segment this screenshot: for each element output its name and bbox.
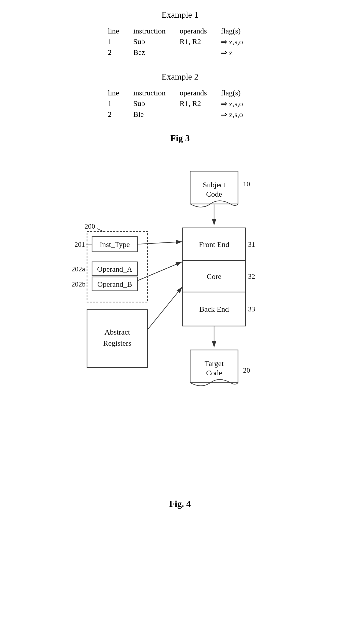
abstract-registers-line1: Abstract [104, 328, 130, 336]
fig3-label: Fig 3 [170, 133, 190, 144]
ex2-row2-inst: Ble [126, 109, 173, 120]
ex2-row1-inst: Sub [126, 98, 173, 109]
ex2-header-line: line [101, 88, 126, 98]
ex1-row1-op: R1, R2 [173, 36, 214, 47]
label-10: 10 [243, 180, 250, 188]
fig4-label: Fig. 4 [169, 498, 191, 509]
fig4-diagram: Subject Code 10 Front End Core Back End … [67, 164, 293, 491]
target-code-line2: Code [206, 369, 222, 377]
ex1-header-inst: instruction [126, 26, 173, 36]
ex1-row2-line: 2 [101, 47, 126, 58]
ex2-row2-flag: ⇒ z,s,o [214, 109, 259, 120]
label-200: 200 [85, 222, 95, 230]
ex1-header-line: line [101, 26, 126, 36]
ex1-row2-inst: Bez [126, 47, 173, 58]
example1-title: Example 1 [162, 10, 198, 20]
ex1-row1-line: 1 [101, 36, 126, 47]
example2-table: line instruction operands flag(s) 1 Sub … [101, 88, 259, 120]
ex1-row1-flag: ⇒ z,s,o [214, 36, 259, 47]
inst-type-label: Inst_Type [100, 240, 130, 248]
core-label: Core [207, 272, 221, 280]
arrow-operands-core [137, 262, 182, 281]
target-code-line1: Target [205, 359, 224, 368]
label-20: 20 [243, 366, 250, 374]
ex1-header-op: operands [173, 26, 214, 36]
fig4-container: Subject Code 10 Front End Core Back End … [20, 164, 340, 509]
ex2-row1-op: R1, R2 [173, 98, 214, 109]
label-202b: 202b [71, 280, 86, 288]
label-202a: 202a [71, 265, 85, 273]
example1-table: line instruction operands flag(s) 1 Sub … [101, 26, 259, 58]
ex2-header-inst: instruction [126, 88, 173, 98]
ex2-header-op: operands [173, 88, 214, 98]
back-end-label: Back End [199, 305, 229, 313]
label-32: 32 [248, 272, 255, 280]
ex2-row2-line: 2 [101, 109, 126, 120]
subject-code-line1: Subject [203, 181, 226, 189]
example2-title: Example 2 [162, 72, 198, 82]
ex1-row2-op [173, 47, 214, 58]
ex2-row1-flag: ⇒ z,s,o [214, 98, 259, 109]
ex1-header-flag: flag(s) [214, 26, 259, 36]
operand-a-label: Operand_A [97, 265, 132, 273]
subject-code-line2: Code [206, 190, 222, 198]
label-33: 33 [248, 305, 255, 313]
ex1-row1-inst: Sub [126, 36, 173, 47]
abstract-registers-line2: Registers [103, 339, 131, 347]
ex1-row2-flag: ⇒ z [214, 47, 259, 58]
ex2-row1-line: 1 [101, 98, 126, 109]
arrow-regs-core [147, 287, 182, 330]
label-31: 31 [248, 240, 255, 248]
ex2-row2-op [173, 109, 214, 120]
arrow-insttype-frontend [137, 242, 182, 244]
front-end-label: Front End [199, 240, 229, 248]
ex2-header-flag: flag(s) [214, 88, 259, 98]
label-201: 201 [74, 240, 85, 248]
operand-b-label: Operand_B [97, 280, 132, 288]
